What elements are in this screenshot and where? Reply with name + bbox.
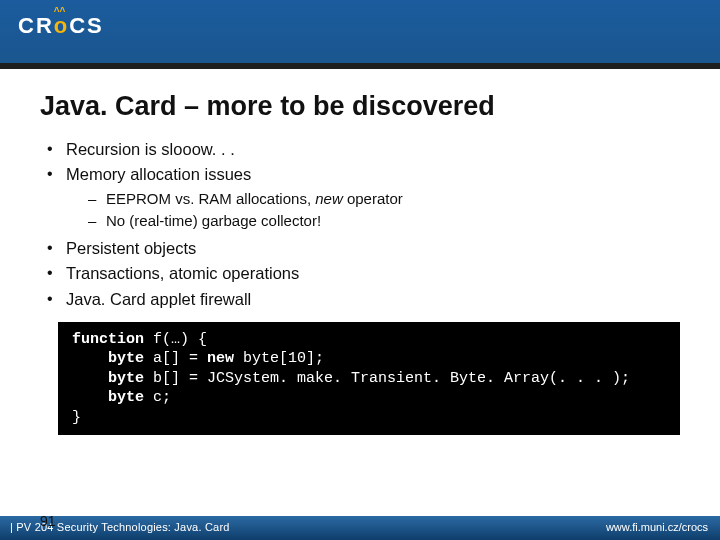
logo-part-o: ^^o — [54, 13, 69, 39]
bullet-item: Persistent objects — [44, 237, 720, 259]
code-line: function f(…) { — [72, 330, 666, 350]
bullet-item: Transactions, atomic operations — [44, 262, 720, 284]
logo-part-cs: CS — [69, 13, 104, 38]
bullet-item: Memory allocation issues EEPROM vs. RAM … — [44, 163, 720, 231]
page-number: 91 — [40, 513, 56, 529]
dark-strip — [0, 63, 720, 69]
sub-bullet-item: No (real-time) garbage collector! — [86, 211, 720, 231]
bullet-item: Recursion is slooow. . . — [44, 138, 720, 160]
slide-title: Java. Card – more to be discovered — [40, 91, 720, 122]
bullet-item: Java. Card applet firewall — [44, 288, 720, 310]
code-line: byte c; — [72, 388, 666, 408]
crocs-logo: CR^^oCS — [18, 13, 104, 39]
footer-band: | PV 204 Security Technologies: Java. Ca… — [0, 516, 720, 540]
footer-right: www.fi.muni.cz/crocs — [606, 521, 708, 533]
bullet-list: Recursion is slooow. . . Memory allocati… — [44, 138, 720, 310]
logo-part-cr: CR — [18, 13, 54, 38]
code-line: byte a[] = new byte[10]; — [72, 349, 666, 369]
header-band: CR^^oCS — [0, 0, 720, 63]
code-block: function f(…) { byte a[] = new byte[10];… — [58, 322, 680, 436]
code-line: } — [72, 408, 666, 428]
logo-carets: ^^ — [54, 6, 66, 17]
sub-bullet-item: EEPROM vs. RAM allocations, new operator — [86, 189, 720, 209]
code-line: byte b[] = JCSystem. make. Transient. By… — [72, 369, 666, 389]
